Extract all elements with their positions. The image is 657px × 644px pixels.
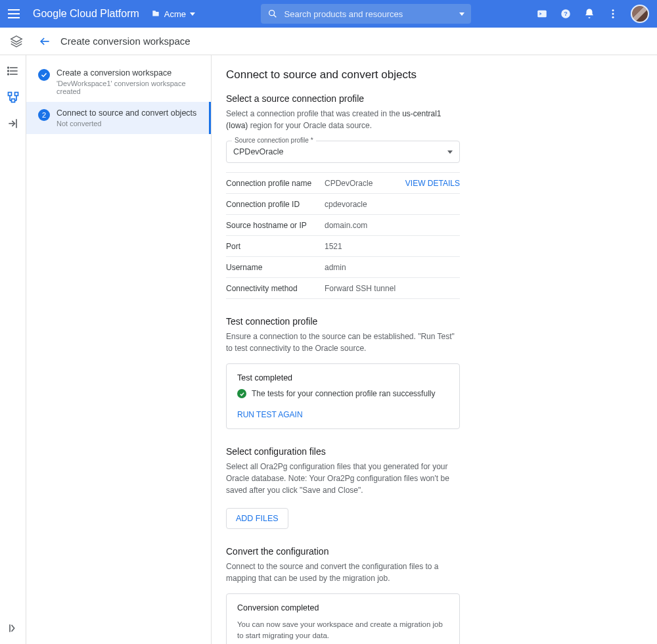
top-bar: Google Cloud Platform Acme Search produc… xyxy=(0,0,657,28)
field-label: Source connection profile * xyxy=(232,137,316,144)
sub-header: Create conversion workspace xyxy=(0,28,657,55)
table-row: Connection profile name CPDevOracle VIEW… xyxy=(226,173,460,194)
content-heading: Connect to source and convert objects xyxy=(226,68,637,81)
step-connect-convert[interactable]: 2 Connect to source and convert objects … xyxy=(26,102,211,134)
project-picker[interactable]: Acme xyxy=(151,9,195,19)
card-title: Test completed xyxy=(237,373,449,382)
step-title: Connect to source and convert objects xyxy=(57,108,196,118)
step-panel: Create a conversion workspace 'DevWorksp… xyxy=(26,55,212,644)
rail-tree-icon[interactable] xyxy=(7,91,20,104)
svg-point-7 xyxy=(612,16,614,18)
card-subtitle: You can now save your workspace and crea… xyxy=(237,619,447,642)
status-row: The tests for your connection profile ra… xyxy=(237,389,449,398)
config-files-section: Select configuration files Select all Or… xyxy=(226,446,637,529)
svg-line-1 xyxy=(273,15,276,18)
svg-text:?: ? xyxy=(564,11,568,17)
profile-details-table: Connection profile name CPDevOracle VIEW… xyxy=(226,172,460,299)
step-create-workspace[interactable]: Create a conversion workspace 'DevWorksp… xyxy=(26,62,211,102)
avatar[interactable] xyxy=(631,5,649,23)
svg-rect-18 xyxy=(11,99,14,103)
rail-expand-icon[interactable] xyxy=(7,622,20,635)
table-row: Usernameadmin xyxy=(226,257,460,278)
svg-marker-8 xyxy=(11,35,22,41)
rail-import-icon[interactable] xyxy=(7,117,20,130)
field-value: CPDevOracle xyxy=(233,147,283,156)
caret-down-icon xyxy=(190,12,195,16)
top-actions: ? xyxy=(536,5,649,23)
section-description: Ensure a connection to the source can be… xyxy=(226,331,463,354)
view-details-link[interactable]: VIEW DETAILS xyxy=(405,179,460,188)
status-text: The tests for your connection profile ra… xyxy=(252,389,435,398)
svg-point-0 xyxy=(269,11,274,16)
step-subtitle: 'DevWorkspace1' conversion workspace cre… xyxy=(57,80,202,95)
run-test-again-button[interactable]: RUN TEST AGAIN xyxy=(237,410,303,419)
table-row: Connectivity methodForward SSH tunnel xyxy=(226,278,460,299)
caret-down-icon xyxy=(459,12,464,16)
step-title: Create a conversion workspace xyxy=(57,68,202,78)
section-title: Select configuration files xyxy=(226,446,637,457)
source-connection-profile-select[interactable]: Source connection profile * CPDevOracle xyxy=(226,141,460,163)
svg-point-6 xyxy=(612,13,614,15)
content-area: Connect to source and convert objects Se… xyxy=(212,55,657,644)
search-placeholder: Search products and resources xyxy=(284,9,403,19)
svg-rect-17 xyxy=(14,93,18,96)
conversion-result-card: Conversion completed You can now save yo… xyxy=(226,593,460,644)
svg-point-15 xyxy=(7,74,9,75)
step-subtitle: Not converted xyxy=(57,120,196,127)
cloud-shell-icon[interactable] xyxy=(536,8,548,20)
platform-title: Google Cloud Platform xyxy=(33,8,139,20)
check-icon xyxy=(38,69,50,81)
section-title: Select a source connection profile xyxy=(226,93,637,104)
success-check-icon xyxy=(237,389,246,398)
left-rail xyxy=(0,55,26,644)
product-icon xyxy=(9,34,24,49)
page-title: Create conversion workspace xyxy=(60,35,191,47)
svg-point-5 xyxy=(612,9,614,11)
section-description: Select all Ora2Pg configuration files th… xyxy=(226,461,463,496)
project-icon xyxy=(151,9,160,18)
convert-section: Convert the configuration Connect to the… xyxy=(226,546,637,644)
svg-rect-16 xyxy=(8,93,11,96)
section-description: Select a connection profile that was cre… xyxy=(226,108,463,131)
select-profile-section: Select a source connection profile Selec… xyxy=(226,93,637,299)
table-row: Source hostname or IPdomain.com xyxy=(226,215,460,236)
search-icon xyxy=(267,9,278,19)
svg-point-14 xyxy=(7,70,9,72)
test-result-card: Test completed The tests for your connec… xyxy=(226,363,460,429)
card-title: Conversion completed xyxy=(237,603,449,612)
rail-list-icon[interactable] xyxy=(7,64,20,78)
hamburger-menu-icon[interactable] xyxy=(8,6,24,22)
step-number-icon: 2 xyxy=(38,109,50,121)
table-row: Port1521 xyxy=(226,236,460,257)
search-input[interactable]: Search products and resources xyxy=(261,4,471,24)
help-icon[interactable]: ? xyxy=(560,8,572,20)
section-title: Test connection profile xyxy=(226,316,637,327)
test-connection-section: Test connection profile Ensure a connect… xyxy=(226,316,637,429)
section-description: Connect to the source and convert the co… xyxy=(226,561,463,584)
notifications-icon[interactable] xyxy=(583,8,595,20)
svg-point-13 xyxy=(7,67,9,68)
svg-rect-2 xyxy=(537,11,547,18)
table-row: Connection profile IDcpdevoracle xyxy=(226,194,460,215)
add-files-button[interactable]: ADD FILES xyxy=(226,508,288,529)
section-title: Convert the configuration xyxy=(226,546,637,557)
project-name: Acme xyxy=(164,9,186,19)
caret-down-icon xyxy=(447,150,453,154)
back-arrow-icon[interactable] xyxy=(38,35,51,48)
more-vert-icon[interactable] xyxy=(607,8,619,20)
